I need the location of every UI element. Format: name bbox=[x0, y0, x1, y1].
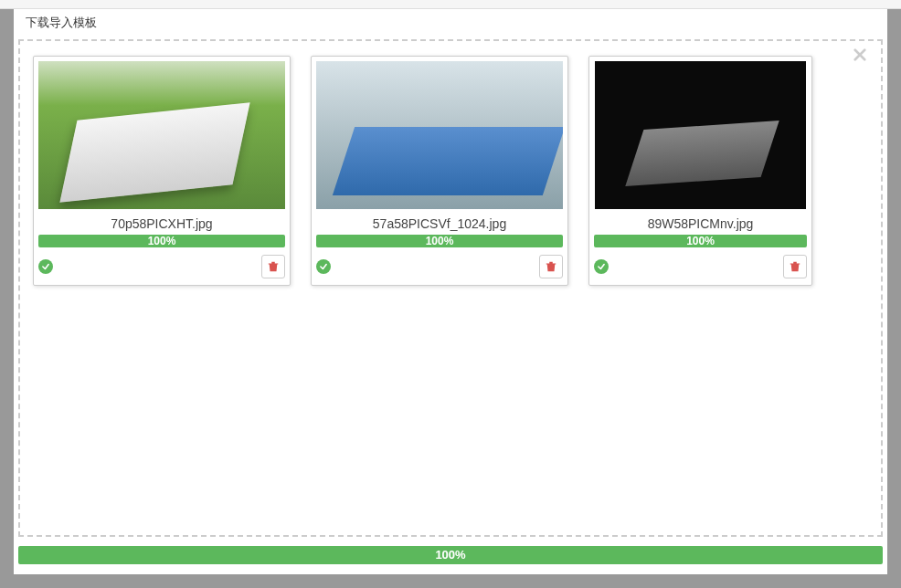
file-dropzone[interactable]: 70p58PICXHT.jpg 100% bbox=[18, 39, 883, 537]
file-card: 57a58PICSVf_1024.jpg 100% bbox=[311, 56, 568, 286]
page-backdrop: 下载导入模板 70p58PICXHT.jpg 100% bbox=[0, 9, 901, 588]
file-name-label: 70p58PICXHT.jpg bbox=[38, 209, 285, 235]
delete-button[interactable] bbox=[261, 255, 285, 278]
trash-icon bbox=[545, 260, 557, 273]
thumbnail-image bbox=[38, 61, 285, 209]
overall-progress-bar: 100% bbox=[18, 546, 883, 564]
download-template-link[interactable]: 下载导入模板 bbox=[18, 12, 104, 34]
close-icon bbox=[853, 48, 866, 61]
file-card: 70p58PICXHT.jpg 100% bbox=[33, 56, 291, 286]
file-progress-bar: 100% bbox=[38, 235, 285, 247]
file-actions-row bbox=[316, 247, 563, 280]
upload-panel: 下载导入模板 70p58PICXHT.jpg 100% bbox=[14, 9, 887, 574]
file-name-label: 57a58PICSVf_1024.jpg bbox=[316, 209, 563, 235]
trash-icon bbox=[789, 260, 801, 273]
file-card: 89W58PICMnv.jpg 100% bbox=[588, 56, 812, 286]
delete-button[interactable] bbox=[539, 255, 563, 278]
file-progress-bar: 100% bbox=[594, 235, 807, 247]
file-actions-row bbox=[38, 247, 285, 280]
file-progress-bar: 100% bbox=[316, 235, 563, 247]
delete-button[interactable] bbox=[783, 255, 807, 278]
success-check-icon bbox=[594, 259, 609, 274]
file-actions-row bbox=[594, 247, 807, 280]
success-check-icon bbox=[316, 259, 331, 274]
trash-icon bbox=[267, 260, 280, 273]
close-button[interactable] bbox=[853, 48, 870, 65]
thumbnail-image bbox=[316, 61, 563, 209]
success-check-icon bbox=[38, 259, 53, 274]
thumbnail-image bbox=[595, 61, 806, 209]
file-name-label: 89W58PICMnv.jpg bbox=[594, 209, 807, 235]
files-grid: 70p58PICXHT.jpg 100% bbox=[33, 56, 868, 286]
top-bar bbox=[0, 0, 901, 9]
